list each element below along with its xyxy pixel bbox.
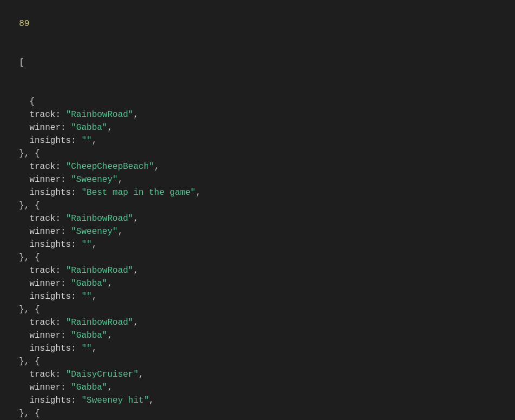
line-number: 89 <box>19 19 29 29</box>
entry-1: { track: "RainbowRoad", winner: "Gabba",… <box>9 97 201 420</box>
array-open: [ <box>19 58 24 68</box>
code-editor: 89 [ { track: "RainbowRoad", winner: "Ga… <box>0 0 515 420</box>
